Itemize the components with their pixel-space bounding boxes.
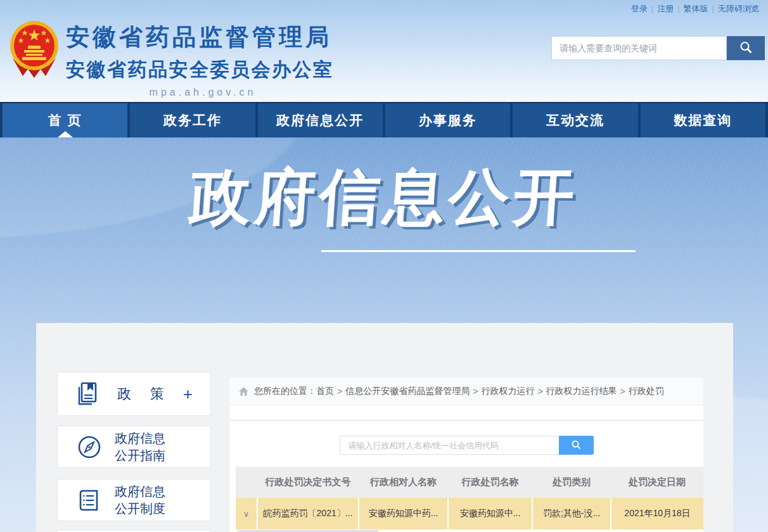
cell-doc-number[interactable]: 皖药监药罚〔2021〕... bbox=[257, 498, 359, 529]
site-search-button[interactable] bbox=[727, 36, 765, 60]
home-icon bbox=[238, 386, 249, 396]
nav-tab-data-query[interactable]: 数据查询 bbox=[641, 103, 765, 137]
expander-column-header bbox=[236, 467, 257, 498]
row-expander-cell[interactable]: ∨ bbox=[236, 498, 257, 529]
col-header-penalty-name: 行政处罚名称 bbox=[448, 467, 532, 498]
rules-notebook-icon bbox=[77, 488, 102, 513]
link-separator: | bbox=[651, 4, 653, 13]
breadcrumb-separator: > bbox=[337, 386, 342, 396]
policy-label-char2: 策 bbox=[150, 384, 164, 403]
breadcrumb-label: 您所在的位置： bbox=[254, 386, 316, 397]
breadcrumb-operation-results[interactable]: 行政权力运行结果 bbox=[546, 386, 617, 397]
penalty-search-input[interactable] bbox=[340, 436, 559, 455]
col-header-doc-number: 行政处罚决定书文号 bbox=[257, 467, 359, 498]
cell-party-name[interactable]: 安徽药知源中药... bbox=[359, 498, 448, 529]
utility-links: 登录|注册|繁体版|无障碍浏览 bbox=[629, 3, 762, 15]
org-title-primary: 安徽省药品监督管理局 bbox=[66, 22, 340, 53]
banner-underline bbox=[321, 250, 636, 252]
breadcrumb-separator: > bbox=[620, 386, 625, 396]
breadcrumb-separator: > bbox=[537, 386, 542, 396]
search-icon bbox=[571, 440, 581, 452]
nav-tab-home[interactable]: 首 页 bbox=[3, 103, 127, 137]
national-emblem-logo bbox=[9, 19, 60, 81]
sidebar-item-disclosure-guide[interactable]: 政府信息 公开指南 bbox=[57, 426, 211, 468]
search-icon bbox=[739, 41, 753, 56]
nav-tab-services[interactable]: 办事服务 bbox=[385, 103, 510, 137]
penalty-table-header-row: 行政处罚决定书文号 行政相对人名称 行政处罚名称 处罚类别 处罚决定日期 bbox=[236, 467, 703, 498]
rules-label-line1: 政府信息 bbox=[115, 484, 165, 498]
section-divider bbox=[229, 420, 703, 421]
policy-book-icon bbox=[75, 381, 98, 407]
sidebar-item-disclosure-rules[interactable]: 政府信息 公开制度 bbox=[57, 479, 211, 521]
breadcrumb-separator: > bbox=[473, 386, 478, 396]
login-link[interactable]: 登录 bbox=[631, 4, 648, 13]
active-tab-caret bbox=[58, 131, 73, 137]
col-header-party-name: 行政相对人名称 bbox=[359, 467, 448, 498]
breadcrumb-power-operation[interactable]: 行政权力运行 bbox=[481, 386, 534, 397]
site-search bbox=[551, 36, 765, 60]
policy-label-char1: 政 bbox=[117, 384, 131, 403]
breadcrumb-agency[interactable]: 信息公开安徽省药品监督管理局 bbox=[345, 386, 470, 397]
guide-label-line1: 政府信息 bbox=[115, 431, 165, 445]
breadcrumb: 您所在的位置： 首页 > 信息公开安徽省药品监督管理局 > 行政权力运行 > 行… bbox=[229, 377, 703, 405]
nav-tab-label: 政府信息公开 bbox=[276, 111, 364, 129]
guide-label-line2: 公开指南 bbox=[115, 448, 165, 462]
policy-expand-plus-icon[interactable]: + bbox=[183, 384, 193, 404]
sidebar-item-policy[interactable]: 政 策 + bbox=[57, 372, 211, 416]
nav-tab-label: 办事服务 bbox=[419, 111, 477, 129]
col-header-penalty-type: 处罚类别 bbox=[532, 467, 611, 498]
org-title-secondary: 安徽省药品安全委员会办公室 bbox=[66, 57, 340, 83]
site-domain: mpa.ah.gov.cn bbox=[66, 87, 340, 98]
penalty-search bbox=[229, 436, 703, 455]
nav-tab-interaction[interactable]: 互动交流 bbox=[513, 103, 637, 137]
compass-icon bbox=[77, 434, 102, 460]
link-separator: | bbox=[677, 4, 679, 13]
nav-tab-info-disclosure[interactable]: 政府信息公开 bbox=[258, 103, 383, 137]
site-title-block: 安徽省药品监督管理局 安徽省药品安全委员会办公室 mpa.ah.gov.cn bbox=[66, 22, 340, 98]
content-panel: 政 策 + 政府信息 公开指南 bbox=[36, 323, 733, 532]
banner-title: 政府信息公开 bbox=[0, 157, 768, 239]
sidebar-guide-label: 政府信息 公开指南 bbox=[115, 430, 165, 464]
nav-tab-government-work[interactable]: 政务工作 bbox=[130, 103, 255, 137]
col-header-decision-date: 处罚决定日期 bbox=[611, 467, 703, 498]
main-nav: 首 页 政务工作 政府信息公开 办事服务 互动交流 数据查询 bbox=[0, 102, 768, 137]
sidebar-rules-label: 政府信息 公开制度 bbox=[115, 483, 165, 517]
chevron-down-icon: ∨ bbox=[243, 509, 250, 519]
penalty-search-button[interactable] bbox=[559, 436, 594, 455]
nav-tab-label: 首 页 bbox=[48, 111, 82, 129]
sidebar-item-next-partial[interactable] bbox=[57, 529, 211, 532]
site-search-input[interactable] bbox=[551, 36, 727, 60]
site-header: 登录|注册|繁体版|无障碍浏览 安徽省药品监督管理局 安徽省药品安全委员会办公室… bbox=[0, 0, 768, 102]
link-separator: | bbox=[712, 4, 714, 13]
rules-label-line2: 公开制度 bbox=[115, 502, 165, 516]
main-content: 您所在的位置： 首页 > 信息公开安徽省药品监督管理局 > 行政权力运行 > 行… bbox=[229, 377, 703, 532]
register-link[interactable]: 注册 bbox=[657, 4, 674, 13]
breadcrumb-admin-penalty[interactable]: 行政处罚 bbox=[629, 386, 664, 397]
breadcrumb-home[interactable]: 首页 bbox=[316, 386, 334, 397]
nav-tab-label: 数据查询 bbox=[674, 111, 732, 129]
cell-penalty-type[interactable]: 罚款;其他-没... bbox=[532, 498, 611, 529]
nav-tab-label: 政务工作 bbox=[163, 111, 222, 129]
traditional-version-link[interactable]: 繁体版 bbox=[684, 4, 708, 13]
cell-penalty-name[interactable]: 安徽药知源中... bbox=[448, 498, 532, 529]
accessibility-link[interactable]: 无障碍浏览 bbox=[718, 4, 759, 13]
nav-tab-label: 互动交流 bbox=[546, 111, 605, 129]
penalty-table: 行政处罚决定书文号 行政相对人名称 行政处罚名称 处罚类别 处罚决定日期 ∨ 皖… bbox=[236, 467, 703, 529]
table-row: ∨ 皖药监药罚〔2021〕... 安徽药知源中药... 安徽药知源中... 罚款… bbox=[236, 498, 703, 529]
cell-decision-date[interactable]: 2021年10月18日 bbox=[611, 498, 703, 529]
